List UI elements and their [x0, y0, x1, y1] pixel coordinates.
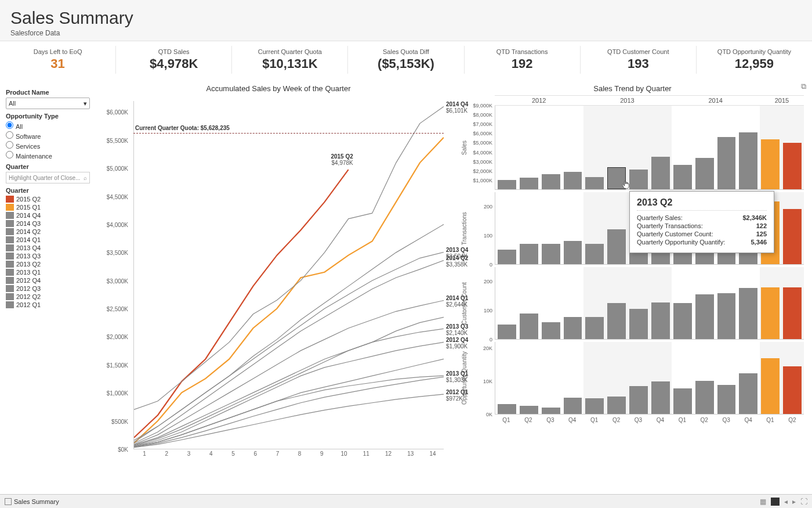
line-series[interactable]	[134, 301, 444, 445]
bar[interactable]	[673, 388, 692, 414]
bar[interactable]	[717, 293, 736, 339]
radio-option[interactable]: Services	[6, 141, 92, 150]
filmstrip-view-icon[interactable]: ■	[771, 498, 780, 506]
legend-item[interactable]: 2013 Q1	[6, 269, 92, 276]
panel-ytick-label: 20K	[483, 345, 492, 351]
bar[interactable]	[607, 397, 626, 414]
y-tick-label: $3,000K	[107, 278, 128, 284]
line-series[interactable]	[134, 252, 444, 442]
bar[interactable]	[607, 303, 626, 339]
y-tick-label: $2,500K	[107, 306, 128, 312]
legend-item[interactable]: 2013 Q4	[6, 244, 92, 251]
line-series[interactable]	[134, 377, 444, 447]
bar[interactable]	[520, 244, 538, 264]
product-dropdown[interactable]: All ▾	[6, 98, 90, 109]
legend-swatch	[6, 228, 14, 235]
next-icon[interactable]: ▸	[792, 498, 796, 506]
bar[interactable]	[739, 132, 757, 189]
bar[interactable]	[498, 325, 516, 339]
kpi-value: ($5,153K)	[353, 56, 459, 71]
bar[interactable]	[695, 158, 714, 189]
bar[interactable]	[542, 408, 560, 414]
radio-option[interactable]: Software	[6, 131, 92, 140]
x-tick-label: 11	[355, 451, 377, 461]
sheet-tab[interactable]: Sales Summary	[5, 498, 59, 505]
bar[interactable]	[542, 322, 560, 339]
bar[interactable]	[542, 174, 560, 189]
bar[interactable]	[629, 309, 648, 339]
line-series[interactable]	[134, 329, 444, 445]
legend-item[interactable]: 2014 Q4	[6, 212, 92, 219]
bar[interactable]	[607, 167, 626, 189]
bar[interactable]	[520, 314, 538, 339]
quarter-label: Q4	[739, 417, 757, 423]
bar[interactable]	[739, 288, 757, 339]
legend-item[interactable]: 2015 Q1	[6, 204, 92, 211]
line-series[interactable]	[134, 107, 444, 410]
bar[interactable]	[783, 366, 802, 414]
legend-item[interactable]: 2012 Q4	[6, 277, 92, 284]
line-series[interactable]	[134, 359, 444, 446]
bar[interactable]	[651, 302, 670, 339]
bar[interactable]	[673, 303, 692, 339]
quarter-label: Q2	[607, 417, 626, 423]
radio-option[interactable]: Maintenance	[6, 151, 92, 160]
line-series[interactable]	[134, 170, 349, 438]
line-chart-plot[interactable]	[133, 101, 444, 449]
bar[interactable]	[673, 165, 692, 189]
legend-item[interactable]: 2015 Q2	[6, 196, 92, 203]
bar[interactable]	[695, 294, 714, 339]
legend-item[interactable]: 2012 Q1	[6, 301, 92, 308]
bar[interactable]	[564, 317, 582, 339]
bar[interactable]	[717, 385, 736, 414]
line-series[interactable]	[134, 225, 444, 441]
bar[interactable]	[520, 178, 538, 189]
bar[interactable]	[585, 177, 604, 189]
line-series[interactable]	[134, 376, 444, 446]
bar-group	[495, 106, 804, 190]
bar[interactable]	[542, 244, 560, 264]
dashboard-header: Sales Summary Salesforce Data	[0, 0, 812, 41]
prev-icon[interactable]: ◂	[784, 498, 788, 506]
bar[interactable]	[585, 244, 604, 264]
bar[interactable]	[498, 250, 516, 264]
radio-option[interactable]: All	[6, 121, 92, 130]
line-series[interactable]	[134, 394, 444, 448]
legend-item[interactable]: 2014 Q2	[6, 228, 92, 235]
line-series[interactable]	[134, 261, 444, 444]
bar[interactable]	[761, 287, 780, 339]
bar[interactable]	[783, 209, 802, 264]
bar[interactable]	[739, 373, 757, 414]
legend-item[interactable]: 2012 Q2	[6, 293, 92, 300]
legend-item[interactable]: 2014 Q1	[6, 236, 92, 243]
grid-view-icon[interactable]: ▦	[760, 498, 766, 506]
bar[interactable]	[629, 386, 648, 414]
presentation-icon[interactable]: ⛶	[800, 498, 807, 506]
quarter-label: Q2	[695, 417, 713, 423]
bar[interactable]	[651, 381, 670, 414]
bar[interactable]	[585, 398, 604, 414]
legend-swatch	[6, 293, 14, 300]
bar[interactable]	[783, 143, 802, 189]
bar[interactable]	[564, 172, 582, 189]
legend-item[interactable]: 2013 Q3	[6, 253, 92, 260]
bar[interactable]	[717, 137, 736, 189]
legend-item[interactable]: 2014 Q3	[6, 220, 92, 227]
bar[interactable]	[607, 229, 626, 265]
bar[interactable]	[761, 358, 780, 414]
quarter-search-input[interactable]: Highlight Quarter of Close... ⌕	[6, 172, 90, 183]
bar[interactable]	[629, 170, 648, 189]
legend-item[interactable]: 2013 Q2	[6, 261, 92, 268]
bar[interactable]	[498, 180, 516, 189]
popout-icon[interactable]: ⧉	[801, 82, 806, 91]
legend-item[interactable]: 2012 Q3	[6, 285, 92, 292]
bar[interactable]	[695, 381, 714, 414]
bar[interactable]	[498, 404, 516, 414]
bar[interactable]	[651, 157, 670, 189]
bar[interactable]	[761, 139, 780, 189]
bar[interactable]	[520, 406, 538, 414]
bar[interactable]	[564, 241, 582, 264]
bar[interactable]	[783, 287, 802, 339]
bar[interactable]	[585, 317, 604, 339]
bar[interactable]	[564, 398, 582, 414]
